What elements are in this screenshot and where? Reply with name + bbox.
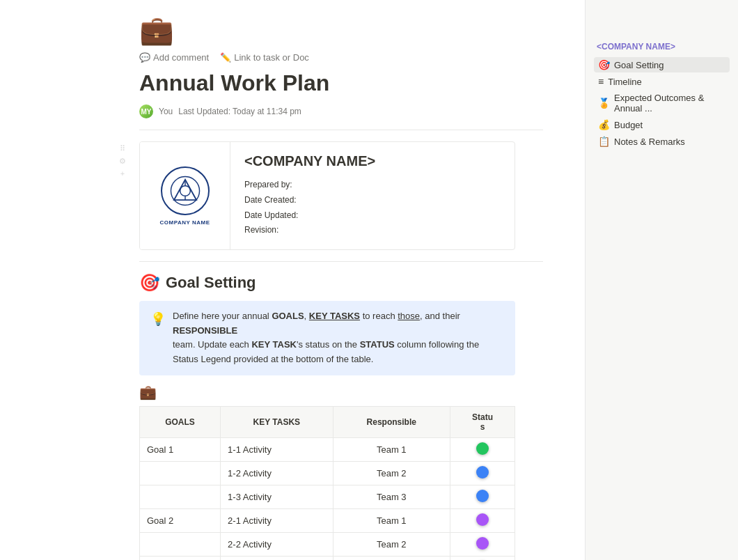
goal-setting-icon: 🎯 <box>598 59 610 70</box>
divider-1 <box>139 130 543 130</box>
company-info-title: <COMPANY NAME> <box>244 153 375 169</box>
cell-goal: Goal 1 <box>140 437 221 461</box>
doc-meta: MY You Last Updated: Today at 11:34 pm <box>139 104 543 118</box>
sidebar-company-name: <COMPANY NAME> <box>594 42 730 52</box>
company-field-row: Prepared by: <box>244 178 375 193</box>
cell-task: 1-1 Activity <box>221 437 333 461</box>
sidebar-label-goal-setting: Goal Setting <box>614 60 664 70</box>
col-responsible: Responsible <box>333 406 450 437</box>
col-key-tasks: KEY TASKS <box>221 406 333 437</box>
last-updated: Last Updated: Today at 11:34 pm <box>178 107 301 116</box>
sidebar-item-goal-setting[interactable]: 🎯Goal Setting <box>594 57 730 72</box>
sidebar-label-notes-remarks: Notes & Remarks <box>614 137 685 147</box>
author-label: You <box>159 107 173 116</box>
company-fields: Prepared by:Date Created:Date Updated:Re… <box>244 178 375 238</box>
link-task-label: Link to task or Doc <box>234 52 309 63</box>
comment-icon: 💬 <box>139 52 150 63</box>
cell-responsible: Team 2 <box>333 461 450 485</box>
cell-task: 2-2 Activity <box>221 532 333 556</box>
sidebar-label-timeline: Timeline <box>608 77 642 87</box>
col-goals: GOALS <box>140 406 221 437</box>
cell-responsible: Team 3 <box>333 485 450 508</box>
svg-point-2 <box>180 185 190 196</box>
status-dot <box>476 537 489 550</box>
link-icon: ✏️ <box>220 52 231 63</box>
col-status: Status <box>450 406 515 437</box>
status-dot <box>476 490 489 502</box>
add-comment-label: Add comment <box>153 52 209 63</box>
status-dot <box>476 513 489 526</box>
budget-icon: 💰 <box>598 119 610 130</box>
company-name-label: COMPANY NAME <box>160 219 210 226</box>
section-heading: 🎯 Goal Setting <box>139 273 543 293</box>
cell-responsible: Team 2 <box>333 532 450 556</box>
cell-responsible: Team 1 <box>333 508 450 532</box>
cell-goal <box>140 532 221 556</box>
cell-status <box>450 485 515 508</box>
block-controls: ⠿ ⚙ + <box>117 143 128 179</box>
callout-icon: 💡 <box>150 309 166 367</box>
company-logo-area: COMPANY NAME <box>140 142 230 249</box>
table-row: 2-3 Activity Team 3 <box>140 556 515 560</box>
callout-text: Define here your annual GOALS, KEY TASKS… <box>173 309 504 367</box>
company-field-row: Revision: <box>244 223 375 238</box>
goals-table: GOALS KEY TASKS Responsible Status Goal … <box>139 406 515 560</box>
drag-handle[interactable]: ⠿ <box>117 143 128 154</box>
cell-status <box>450 556 515 560</box>
expected-outcomes-icon: 🏅 <box>598 98 610 109</box>
company-card: COMPANY NAME <COMPANY NAME> Prepared by:… <box>139 141 515 249</box>
cell-task: 2-1 Activity <box>221 508 333 532</box>
status-dot <box>476 442 489 455</box>
cell-task: 1-2 Activity <box>221 461 333 485</box>
cell-status <box>450 437 515 461</box>
sidebar-item-budget[interactable]: 💰Budget <box>594 117 730 132</box>
section-title: Goal Setting <box>166 274 256 292</box>
main-content: 💼 💬 Add comment ✏️ Link to task or Doc A… <box>0 0 585 560</box>
company-logo-svg <box>170 176 201 206</box>
avatar-initials: MY <box>141 108 152 116</box>
settings-handle[interactable]: ⚙ <box>117 155 128 166</box>
add-comment-button[interactable]: 💬 Add comment <box>139 52 209 63</box>
table-row: 2-2 Activity Team 2 <box>140 532 515 556</box>
cell-responsible: Team 1 <box>333 437 450 461</box>
timeline-icon: ≡ <box>598 76 604 87</box>
table-row: 1-2 Activity Team 2 <box>140 461 515 485</box>
sidebar-label-budget: Budget <box>614 120 643 130</box>
goal-setting-section: 🎯 Goal Setting 💡 Define here your annual… <box>139 273 543 560</box>
cell-status <box>450 532 515 556</box>
sidebar: <COMPANY NAME> 🎯Goal Setting≡Timeline🏅Ex… <box>585 0 738 560</box>
cell-responsible: Team 3 <box>333 556 450 560</box>
doc-toolbar: 💬 Add comment ✏️ Link to task or Doc <box>139 52 543 63</box>
company-logo-circle <box>161 166 210 215</box>
notes-remarks-icon: 📋 <box>598 136 610 147</box>
document-title: Annual Work Plan <box>139 70 543 96</box>
sidebar-label-expected-outcomes: Expected Outcomes & Annual ... <box>614 93 725 114</box>
status-dot <box>476 466 489 479</box>
callout-box: 💡 Define here your annual GOALS, KEY TAS… <box>139 301 515 375</box>
link-task-button[interactable]: ✏️ Link to task or Doc <box>220 52 309 63</box>
company-info: <COMPANY NAME> Prepared by:Date Created:… <box>230 142 389 249</box>
cell-goal <box>140 556 221 560</box>
cell-status <box>450 461 515 485</box>
company-field-row: Date Updated: <box>244 208 375 224</box>
add-handle[interactable]: + <box>117 168 128 179</box>
cell-status <box>450 508 515 532</box>
document-icon: 💼 <box>139 14 543 47</box>
cell-task: 1-3 Activity <box>221 485 333 508</box>
cell-task: 2-3 Activity <box>221 556 333 560</box>
section-icon: 🎯 <box>139 273 160 293</box>
company-field-row: Date Created: <box>244 193 375 208</box>
cell-goal <box>140 485 221 508</box>
sidebar-item-timeline[interactable]: ≡Timeline <box>594 74 730 89</box>
table-icon: 💼 <box>139 384 543 400</box>
divider-2 <box>139 261 543 262</box>
table-row: Goal 1 1-1 Activity Team 1 <box>140 437 515 461</box>
avatar: MY <box>139 104 153 118</box>
company-card-block: ⠿ ⚙ + COMPANY NAME <COMPANY NAME> <box>139 141 543 249</box>
table-row: Goal 2 2-1 Activity Team 1 <box>140 508 515 532</box>
sidebar-item-expected-outcomes[interactable]: 🏅Expected Outcomes & Annual ... <box>594 91 730 116</box>
cell-goal: Goal 2 <box>140 508 221 532</box>
table-row: 1-3 Activity Team 3 <box>140 485 515 508</box>
sidebar-item-notes-remarks[interactable]: 📋Notes & Remarks <box>594 134 730 149</box>
cell-goal <box>140 461 221 485</box>
